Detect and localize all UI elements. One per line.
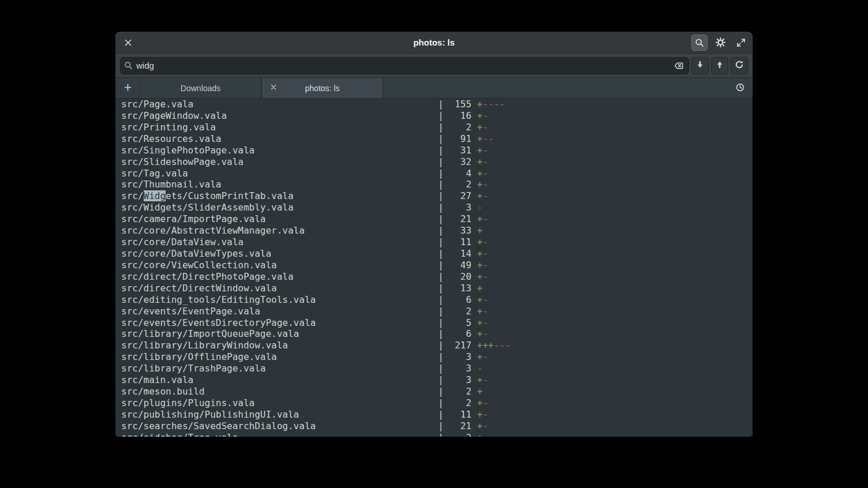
- diff-symbols: +-: [477, 306, 488, 317]
- diff-separator: |: [438, 409, 444, 420]
- file-name: src/library/LibraryWindow.vala: [121, 340, 438, 351]
- diff-symbols: +--: [477, 133, 494, 144]
- diff-count: 2: [449, 122, 472, 133]
- search-prev-button[interactable]: [711, 57, 728, 74]
- terminal-line: src/SlideshowPage.vala| 32+-: [121, 156, 753, 168]
- down-arrow-icon: [695, 60, 705, 71]
- diff-minus: -: [482, 409, 488, 420]
- search-input[interactable]: [136, 61, 669, 70]
- file-name: src/core/AbstractViewManager.vala: [121, 225, 438, 237]
- diff-minus: -: [482, 122, 488, 133]
- tab-close-button[interactable]: [268, 82, 279, 94]
- terminal-line: src/Tag.vala| 4+-: [121, 168, 753, 179]
- diff-symbols: +-: [477, 168, 488, 179]
- diff-separator: |: [438, 168, 444, 179]
- diff-plus: +: [477, 306, 483, 317]
- terminal-line: src/direct/DirectWindow.vala| 13+: [121, 283, 753, 294]
- diff-count: 6: [449, 294, 472, 306]
- diff-count: 11: [449, 237, 472, 248]
- diff-separator: |: [438, 432, 444, 437]
- terminal-line: src/core/ViewCollection.vala| 49+-: [121, 260, 753, 271]
- diff-separator: |: [438, 248, 444, 259]
- diff-plus: +: [477, 260, 483, 271]
- diff-count: 21: [449, 213, 472, 225]
- headerbar-actions: [691, 35, 749, 51]
- window-close-button[interactable]: [120, 35, 136, 51]
- diff-minus: -: [482, 168, 488, 179]
- diff-plus: +: [477, 294, 483, 305]
- diff-symbols: +-: [477, 317, 488, 328]
- diff-plus: +: [477, 213, 483, 224]
- diff-separator: |: [438, 202, 444, 213]
- diff-plus: +: [477, 421, 483, 431]
- terminal-line: src/library/TrashPage.vala| 3-: [121, 363, 753, 374]
- diff-count: 155: [449, 99, 472, 110]
- diff-separator: |: [438, 110, 444, 121]
- file-name: src/events/EventPage.vala: [121, 306, 438, 317]
- file-name: src/sidebar/Tree.vala: [121, 432, 438, 437]
- up-arrow-icon: [715, 60, 724, 71]
- tab-downloads[interactable]: Downloads: [140, 78, 261, 98]
- tabbar-spacer: [383, 78, 727, 98]
- fullscreen-button[interactable]: [733, 35, 749, 51]
- diff-minus: -: [482, 294, 488, 305]
- diff-separator: |: [438, 340, 444, 351]
- diff-count: 2: [449, 397, 472, 409]
- tab-photos-ls[interactable]: photos: ls: [261, 78, 383, 98]
- diff-minus: -: [482, 351, 488, 362]
- file-name: src/events/EventsDirectoryPage.vala: [121, 317, 438, 329]
- diff-count: 3: [449, 363, 472, 374]
- search-input-wrapper[interactable]: [120, 57, 689, 74]
- diff-plus: +: [477, 237, 483, 247]
- diff-separator: |: [438, 260, 444, 271]
- diff-minus: -: [482, 306, 488, 317]
- search-wrap-button[interactable]: [731, 57, 748, 74]
- search-next-button[interactable]: [691, 57, 709, 74]
- diff-minus: -: [482, 421, 488, 431]
- diff-count: 20: [449, 271, 472, 283]
- diff-minus: -: [482, 260, 488, 271]
- terminal-line: src/publishing/PublishingUI.vala| 11+-: [121, 409, 753, 421]
- settings-button[interactable]: [712, 35, 728, 51]
- terminal-output[interactable]: src/Page.vala| 155+----src/PageWindow.va…: [115, 99, 753, 437]
- diff-symbols: +-: [477, 122, 488, 133]
- diff-count: 13: [449, 283, 472, 294]
- new-tab-button[interactable]: [115, 78, 140, 98]
- file-name: src/camera/ImportPage.vala: [121, 213, 438, 225]
- file-name: src/meson.build: [121, 386, 438, 397]
- search-toggle-button[interactable]: [691, 35, 708, 51]
- file-name: src/Widgets/SliderAssembly.vala: [121, 202, 438, 213]
- diff-count: 27: [449, 190, 472, 202]
- terminal-line: src/sidebar/Tree.vala| 2+: [121, 432, 753, 437]
- file-name: src/Widgets/CustomPrintTab.vala: [121, 190, 438, 202]
- diff-separator: |: [438, 145, 444, 156]
- diff-symbols: +: [477, 386, 483, 397]
- file-name: src/plugins/Plugins.vala: [121, 397, 438, 409]
- search-match-highlight: Widg: [144, 190, 166, 201]
- terminal-line: src/PageWindow.vala| 16+-: [121, 110, 753, 122]
- backspace-icon: [674, 61, 683, 70]
- terminal-line: src/Printing.vala| 2+-: [121, 122, 753, 133]
- diff-minus: -: [482, 213, 488, 224]
- diff-symbols: +: [477, 283, 483, 294]
- file-name: src/SlideshowPage.vala: [121, 156, 438, 168]
- file-name: src/Printing.vala: [121, 122, 438, 133]
- tab-close-icon: [270, 84, 277, 92]
- diff-plus: +: [477, 283, 483, 294]
- diff-plus: +: [477, 110, 483, 121]
- diff-minus: -: [482, 374, 488, 385]
- terminal-line: src/Thumbnail.vala| 2+-: [121, 179, 753, 190]
- tab-label: photos: ls: [305, 84, 340, 93]
- history-button[interactable]: [727, 78, 753, 98]
- clear-search-button[interactable]: [672, 59, 685, 72]
- diff-count: 4: [449, 168, 472, 179]
- expand-icon: [736, 38, 746, 47]
- search-entry-icon: [124, 61, 133, 70]
- file-name: src/Thumbnail.vala: [121, 179, 438, 190]
- diff-minus: -: [482, 237, 488, 247]
- diff-separator: |: [438, 317, 444, 328]
- diff-minus: -: [482, 317, 488, 328]
- diff-separator: |: [438, 386, 444, 397]
- window-title: photos: ls: [115, 37, 753, 47]
- terminal-line: src/library/LibraryWindow.vala| 217+++--…: [121, 340, 753, 351]
